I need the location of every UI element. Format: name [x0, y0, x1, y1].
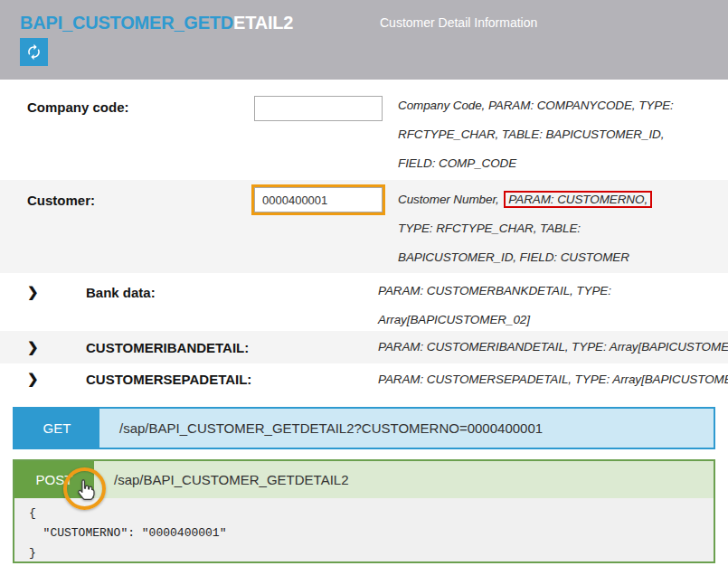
header: BAPI_CUSTOMER_GETDETAIL2 Customer Detail… [0, 0, 728, 80]
form-row-customer: Customer: Customer Number, PARAM: CUSTOM… [0, 180, 728, 273]
post-request-header: POST /sap/BAPI_CUSTOMER_GETDETAIL2 [14, 461, 714, 498]
get-request-panel: GET /sap/BAPI_CUSTOMER_GETDETAIL2?CUSTOM… [13, 407, 715, 449]
customersepadetail-description: PARAM: CUSTOMERSEPADETAIL, TYPE: Array[B… [378, 363, 728, 395]
click-highlight-circle [63, 467, 106, 510]
form-row-customersepadetail: ❯ CUSTOMERSEPADETAIL: PARAM: CUSTOMERSEP… [0, 363, 728, 395]
customer-input[interactable] [254, 187, 383, 212]
customer-label: Customer: [27, 193, 95, 208]
sync-icon [25, 43, 43, 61]
get-url: /sap/BAPI_CUSTOMER_GETDETAIL2?CUSTOMERNO… [119, 420, 543, 436]
page-title-rest: ETAIL2 [233, 13, 293, 33]
form-row-company-code: Company code: Company Code, PARAM: COMPA… [0, 80, 728, 180]
page-subtitle: Customer Detail Information [380, 15, 537, 30]
form-row-bank-data: ❯ Bank data: PARAM: CUSTOMERBANKDETAIL, … [0, 273, 728, 331]
get-button[interactable]: GET [14, 409, 99, 448]
company-code-input[interactable] [254, 96, 383, 121]
post-url: /sap/BAPI_CUSTOMER_GETDETAIL2 [114, 472, 349, 487]
form-row-customeribandetail: ❯ CUSTOMERIBANDETAIL: PARAM: CUSTOMERIBA… [0, 331, 728, 363]
chevron-right-icon[interactable]: ❯ [27, 371, 39, 387]
page-title-match: BAPI_CUSTOMER_GETD [20, 13, 233, 33]
customeribandetail-label: CUSTOMERIBANDETAIL: [86, 340, 249, 355]
refresh-button[interactable] [20, 38, 48, 66]
bank-data-label: Bank data: [86, 285, 156, 300]
bank-data-description: PARAM: CUSTOMERBANKDETAIL, TYPE: Array[B… [378, 277, 611, 335]
company-code-label: Company code: [27, 99, 129, 115]
customer-input-highlight-box [251, 184, 385, 215]
chevron-right-icon[interactable]: ❯ [27, 284, 39, 300]
post-request-panel: POST /sap/BAPI_CUSTOMER_GETDETAIL2 { "CU… [13, 459, 715, 563]
customer-description: Customer Number, PARAM: CUSTOMERNO, TYPE… [398, 185, 652, 272]
post-body-json: { "CUSTOMERNO": "0000400001" } [14, 498, 714, 563]
customersepadetail-label: CUSTOMERSEPADETAIL: [86, 372, 251, 387]
page-title: BAPI_CUSTOMER_GETDETAIL2 [20, 13, 293, 33]
customerno-param-highlight-box: PARAM: CUSTOMERNO, [504, 191, 652, 208]
hand-cursor-icon [73, 475, 97, 504]
customeribandetail-description: PARAM: CUSTOMERIBANDETAIL, TYPE: Array[B… [378, 331, 728, 363]
bapi-test-page: BAPI_CUSTOMER_GETDETAIL2 Customer Detail… [0, 0, 728, 566]
company-code-description: Company Code, PARAM: COMPANYCODE, TYPE: … [398, 91, 674, 178]
chevron-right-icon[interactable]: ❯ [27, 339, 39, 355]
